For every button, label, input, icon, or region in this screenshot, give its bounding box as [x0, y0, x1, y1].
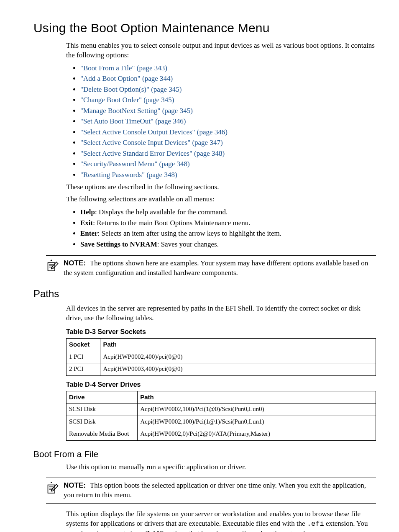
table-row: 2 PCI Acpi(HWP0003,400)/pci(0@0) [66, 363, 376, 376]
table-row: 1 PCI Acpi(HWP0002,400)/pci(0@0) [66, 351, 376, 363]
desc-save: : Saves your changes. [157, 240, 219, 248]
note-text: The options shown here are examples. You… [64, 259, 368, 277]
svg-rect-4 [48, 485, 55, 493]
table-row: SCSI Disk Acpi(HWP0002,100)/Pci(1@0)/Scs… [66, 403, 376, 416]
link-reset-passwords[interactable]: "Resetting Passwords" (page 348) [80, 171, 177, 179]
efi-extension: .efi [307, 520, 324, 528]
note-icon [46, 482, 60, 496]
link-security-password[interactable]: "Security/Password Menu" (page 348) [80, 160, 190, 168]
cell-socket: 1 PCI [66, 351, 100, 363]
cell-path: Acpi(HWP0003,400)/pci(0@0) [100, 363, 376, 376]
th-socket: Socket [66, 339, 100, 351]
link-add-boot-option[interactable]: "Add a Boot Option" (page 344) [80, 75, 173, 82]
selection-item-exit: Exit: Returns to the main Boot Options M… [80, 218, 376, 229]
cell-path: Acpi(HWP0002,400)/pci(0@0) [100, 351, 376, 363]
link-boot-from-file[interactable]: "Boot From a File" (page 343) [80, 64, 167, 72]
table-d3-caption: Table D-3 Server Sockets [66, 328, 376, 336]
note-block-1: NOTE:The options shown here are examples… [46, 255, 376, 281]
cell-drive: SCSI Disk [66, 416, 138, 428]
term-help: Help [80, 208, 95, 216]
cell-socket: 2 PCI [66, 363, 100, 376]
th-path: Path [138, 391, 376, 403]
term-save: Save Settings to NVRAM [80, 240, 157, 248]
boot-from-file-intro: Use this option to manually run a specif… [66, 463, 376, 472]
selection-item-save: Save Settings to NVRAM: Saves your chang… [80, 239, 376, 250]
note-block-2: NOTE:This option boots the selected appl… [46, 478, 376, 504]
table-d4-caption: Table D-4 Server Drives [66, 381, 376, 388]
paths-intro: All devices in the server are represente… [66, 304, 376, 323]
note-label: NOTE: [64, 481, 86, 489]
link-manage-bootnext[interactable]: "Manage BootNext Setting" (page 345) [80, 107, 193, 115]
table-row: SCSI Disk Acpi(HWP0002,100)/Pci(1@1)/Scs… [66, 416, 376, 428]
boot-from-file-heading: Boot From a File [33, 449, 376, 459]
cell-path: Acpi(HWP0002,100)/Pci(1@0)/Scsi(Pun0,Lun… [138, 403, 376, 416]
cell-path: Acpi(HWP0002,100)/Pci(1@1)/Scsi(Pun0,Lun… [138, 416, 376, 428]
boot-from-file-detail: This option displays the file systems on… [66, 509, 376, 532]
intro-paragraph: This menu enables you to select console … [66, 41, 376, 60]
selection-item-help: Help: Displays the help available for th… [80, 207, 376, 218]
paths-heading: Paths [33, 288, 376, 300]
cell-path: Acpi(HWP0002,0)/Pci(2@0)/ATA(Primary,Mas… [138, 428, 376, 441]
term-exit: Exit [80, 219, 93, 227]
table-row: Removable Media Boot Acpi(HWP0002,0)/Pci… [66, 428, 376, 441]
option-link-list: "Boot From a File" (page 343) "Add a Boo… [66, 63, 376, 180]
note-text: This option boots the selected applicati… [64, 481, 366, 499]
link-change-boot-order[interactable]: "Change Boot Order" (page 345) [80, 96, 174, 104]
table-server-drives: Drive Path SCSI Disk Acpi(HWP0002,100)/P… [66, 391, 376, 441]
note-label: NOTE: [64, 259, 86, 267]
page-heading: Using the Boot Option Maintenance Menu [33, 21, 376, 35]
link-auto-boot-timeout[interactable]: "Set Auto Boot TimeOut" (page 346) [80, 117, 186, 125]
svg-rect-0 [48, 263, 55, 271]
selections-paragraph: The following selections are available o… [66, 195, 376, 204]
term-enter: Enter [80, 229, 98, 237]
cell-drive: Removable Media Boot [66, 428, 138, 441]
link-console-output[interactable]: "Select Active Console Output Devices" (… [80, 128, 228, 136]
desc-enter: : Selects an item after using the arrow … [98, 229, 282, 237]
selection-item-enter: Enter: Selects an item after using the a… [80, 228, 376, 239]
link-stderr-devices[interactable]: "Select Active Standard Error Devices" (… [80, 149, 225, 157]
th-path: Path [100, 339, 376, 351]
link-console-input[interactable]: "Select Active Console Input Devices" (p… [80, 139, 223, 146]
desc-help: : Displays the help available for the co… [95, 208, 228, 216]
note-icon [46, 260, 60, 274]
cell-drive: SCSI Disk [66, 403, 138, 416]
selection-list: Help: Displays the help available for th… [66, 207, 376, 249]
described-paragraph: These options are described in the follo… [66, 182, 376, 192]
th-drive: Drive [66, 391, 138, 403]
link-delete-boot-options[interactable]: "Delete Boot Option(s)" (page 345) [80, 85, 182, 93]
desc-exit: : Returns to the main Boot Options Maint… [93, 219, 250, 227]
table-server-sockets: Socket Path 1 PCI Acpi(HWP0002,400)/pci(… [66, 338, 376, 376]
